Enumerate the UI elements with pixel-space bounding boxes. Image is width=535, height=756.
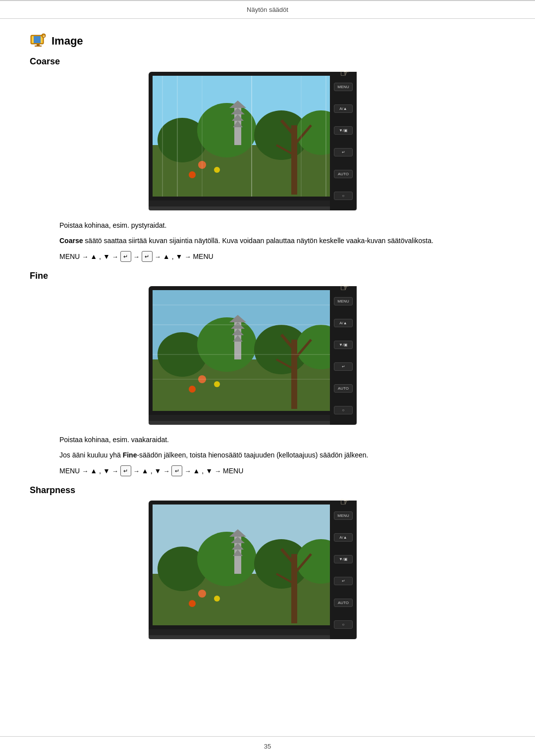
coarse-monitor-container: ☞ MENU A/▲ ▼/▣ ↵ AUTO ○ (30, 72, 505, 210)
sharpness-monitor: ☞ MENU A/▲ ▼/▣ ↵ AUTO ○ (149, 501, 386, 639)
up-button-coarse: A/▲ (334, 104, 353, 113)
svg-point-48 (189, 386, 196, 393)
menu-button-fine: MENU (334, 297, 353, 305)
coarse-side-buttons: ☞ MENU A/▲ ▼/▣ ↵ AUTO ○ (330, 72, 357, 210)
fine-desc2-rest: -säädön jälkeen, toista hienosäätö taaju… (137, 451, 368, 459)
enter-button-sharpness: ↵ (334, 577, 353, 585)
down-button-coarse: ▼/▣ (334, 126, 353, 135)
fine-side-buttons: ☞ MENU A/▲ ▼/▣ ↵ AUTO ○ (330, 286, 357, 425)
coarse-formula: MENU → ▲ , ▼ → ↵ → ↵ → ▲ , ▼ → MENU (59, 251, 505, 262)
coarse-title: Coarse (30, 56, 505, 67)
page-footer: 35 (0, 736, 535, 756)
sharpness-side-buttons: ☞ MENU A/▲ ▼/▣ ↵ AUTO ○ (330, 501, 357, 639)
up-button-fine: A/▲ (334, 319, 353, 327)
page-number: 35 (264, 743, 271, 750)
enter-button-coarse: ↵ (334, 148, 353, 156)
hand-cursor-icon: ☞ (340, 67, 350, 80)
svg-point-10 (197, 103, 257, 157)
svg-text:⊕: ⊕ (43, 35, 45, 38)
down-button-fine: ▼/▣ (334, 341, 353, 349)
power-button-sharpness: ○ (334, 620, 353, 629)
section-image-title-row: ⊕ Image (30, 33, 505, 50)
fine-title: Fine (30, 271, 505, 281)
up-button-sharpness: A/▲ (334, 533, 353, 542)
fine-monitor-container: ☞ MENU A/▲ ▼/▣ ↵ AUTO ○ (30, 286, 505, 425)
page-header: Näytön säädöt (0, 3, 535, 19)
fine-formula: MENU → ▲ , ▼ → ↵ → ▲ , ▼ → ↵ → ▲ , ▼ → M… (59, 465, 505, 476)
section-title: Image (52, 35, 83, 48)
svg-point-34 (197, 317, 257, 372)
svg-rect-18 (291, 125, 297, 195)
fine-desc2-prefix: Jos ääni kuuluu yhä (59, 451, 123, 459)
menu-button-coarse: MENU (334, 83, 353, 91)
coarse-desc1-block: Poistaa kohinaa, esim. pystyraidat. (59, 220, 505, 231)
power-button-coarse: ○ (334, 192, 353, 200)
fine-screen (149, 286, 357, 415)
coarse-monitor: ☞ MENU A/▲ ▼/▣ ↵ AUTO ○ (149, 72, 386, 210)
svg-rect-42 (291, 340, 297, 409)
hand-cursor-icon-sharpness: ☞ (340, 496, 350, 508)
power-button-fine: ○ (334, 406, 353, 414)
hand-cursor-icon-fine: ☞ (340, 281, 350, 294)
coarse-bold: Coarse (59, 237, 83, 245)
svg-rect-4 (35, 46, 42, 47)
auto-button-sharpness: AUTO (334, 599, 353, 607)
auto-button-fine: AUTO (334, 384, 353, 393)
svg-point-24 (189, 171, 196, 178)
fine-bold: Fine (123, 451, 137, 459)
fine-monitor: ☞ MENU A/▲ ▼/▣ ↵ AUTO ○ (149, 286, 386, 425)
svg-rect-2 (34, 36, 41, 43)
svg-point-23 (214, 167, 220, 173)
coarse-desc2-rest: säätö saattaa siirtää kuvan sijaintia nä… (83, 237, 433, 245)
svg-rect-71 (153, 504, 353, 625)
sharpness-title: Sharpness (30, 485, 505, 496)
sharpness-monitor-container: ☞ MENU A/▲ ▼/▣ ↵ AUTO ○ (30, 501, 505, 639)
menu-button-sharpness: MENU (334, 511, 353, 520)
svg-rect-3 (37, 44, 40, 46)
coarse-screen (149, 72, 357, 201)
image-icon: ⊕ (30, 33, 47, 50)
fine-desc2-block: Jos ääni kuuluu yhä Fine-säädön jälkeen,… (59, 450, 505, 460)
header-title: Näytön säädöt (247, 6, 288, 13)
coarse-desc2-block: Coarse säätö saattaa siirtää kuvan sijai… (59, 236, 505, 246)
coarse-desc1: Poistaa kohinaa, esim. pystyraidat. (59, 220, 505, 231)
coarse-desc2: Coarse säätö saattaa siirtää kuvan sijai… (59, 236, 505, 246)
svg-point-47 (214, 381, 220, 387)
enter-button-fine: ↵ (334, 362, 353, 371)
fine-desc2: Jos ääni kuuluu yhä Fine-säädön jälkeen,… (59, 450, 505, 460)
sharpness-screen (149, 501, 357, 629)
down-button-sharpness: ▼/▣ (334, 555, 353, 563)
fine-desc1-block: Poistaa kohinaa, esim. vaakaraidat. (59, 435, 505, 445)
fine-desc1: Poistaa kohinaa, esim. vaakaraidat. (59, 435, 505, 445)
auto-button-coarse: AUTO (334, 170, 353, 178)
